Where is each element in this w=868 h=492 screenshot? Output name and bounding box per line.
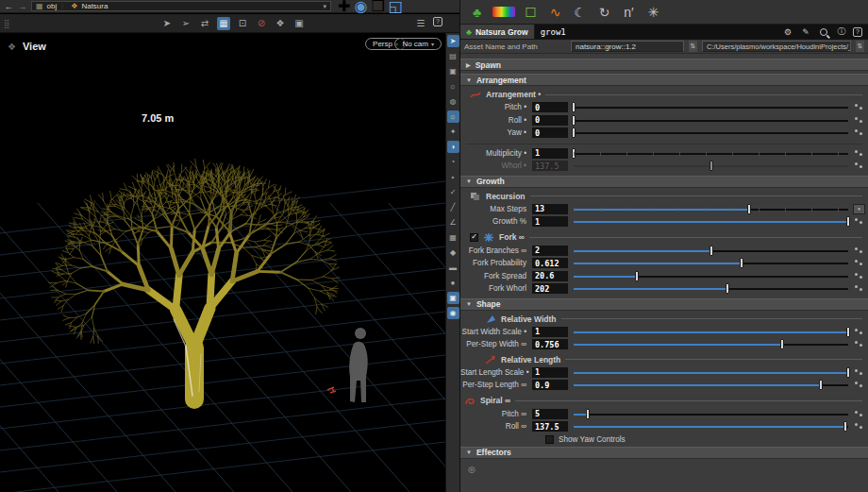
- spinner-icon[interactable]: ⇅: [856, 41, 864, 52]
- list-order-icon[interactable]: ☰: [414, 17, 427, 30]
- ladder-icon[interactable]: [853, 380, 865, 390]
- section-spawn[interactable]: ▶ Spawn: [460, 59, 868, 71]
- ghost-objects-icon[interactable]: ⊘: [255, 17, 268, 30]
- node-tab[interactable]: ♣ Natsura Grow: [460, 25, 535, 39]
- character-light-icon[interactable]: ✦: [447, 126, 459, 138]
- box-pick-icon[interactable]: ⊡: [236, 17, 249, 30]
- recook-shelf-icon[interactable]: ↻: [595, 3, 613, 21]
- growth-pct-slider[interactable]: [574, 216, 848, 227]
- curve-squiggle-shelf-icon[interactable]: ∿: [546, 3, 564, 21]
- start-width-scale-value-field[interactable]: 1: [532, 327, 568, 337]
- pitch-value-field[interactable]: 0: [532, 102, 568, 112]
- grid-toggle-icon[interactable]: ●: [447, 277, 459, 289]
- spiral-pitch-slider[interactable]: [574, 409, 848, 419]
- snapshot-panel-icon[interactable]: ▣: [447, 292, 459, 304]
- roll-slider[interactable]: [574, 115, 848, 126]
- ladder-icon[interactable]: [853, 367, 865, 378]
- forward-icon[interactable]: →: [17, 2, 28, 11]
- multiplicity-slider[interactable]: [574, 148, 848, 159]
- wire-cube-shelf-icon[interactable]: ☐: [522, 3, 540, 21]
- yaw-slider[interactable]: [574, 127, 848, 138]
- start-length-scale-value-field[interactable]: 1: [532, 367, 568, 378]
- split-pane-icon[interactable]: ◱: [389, 0, 403, 15]
- translate-tool-icon[interactable]: ➢: [179, 17, 192, 30]
- help-icon[interactable]: ?: [853, 27, 862, 37]
- film-bar-icon[interactable]: ▬: [447, 262, 459, 274]
- yaw-value-field[interactable]: 0: [532, 127, 568, 138]
- ladder-icon[interactable]: [853, 148, 865, 159]
- show-yaw-checkbox[interactable]: [545, 435, 554, 444]
- camera-select-button[interactable]: No cam ▾: [394, 38, 442, 50]
- brush-icon[interactable]: ✎: [799, 25, 812, 39]
- ladder-icon[interactable]: [853, 409, 865, 419]
- help-icon[interactable]: ?: [433, 17, 442, 26]
- pitch-slider[interactable]: [574, 102, 848, 112]
- spinner-icon[interactable]: ⇅: [689, 41, 697, 52]
- gradient-ramp-shelf-icon[interactable]: [492, 7, 515, 17]
- ladder-icon[interactable]: [853, 246, 865, 256]
- link-target-icon[interactable]: ◉: [354, 0, 367, 15]
- fork-probability-value-field[interactable]: 0.612: [532, 258, 568, 268]
- max-steps-slider[interactable]: [574, 204, 848, 214]
- fork-whorl-slider[interactable]: [574, 283, 848, 294]
- section-shape[interactable]: ▼ Shape: [460, 298, 868, 311]
- fork-whorl-value-field[interactable]: 202: [532, 283, 568, 294]
- shaded-mode-icon[interactable]: ◑: [447, 141, 459, 153]
- measure-tool-icon[interactable]: ∠: [447, 216, 459, 229]
- view-menu-icon[interactable]: ❖: [8, 42, 16, 52]
- search-icon[interactable]: [817, 25, 830, 39]
- ladder-icon[interactable]: [853, 327, 865, 337]
- breadcrumb-root[interactable]: obj: [47, 2, 58, 10]
- snapping-icon[interactable]: ❖: [274, 17, 287, 30]
- multiplicity-value-field[interactable]: 1: [532, 148, 568, 159]
- headlight-icon[interactable]: ☼: [447, 80, 459, 93]
- fork-branches-slider[interactable]: [574, 246, 848, 256]
- ladder-icon[interactable]: [853, 283, 865, 294]
- pin-icon[interactable]: ✚: [338, 0, 350, 15]
- rotate-tool-icon[interactable]: ⇄: [198, 17, 211, 30]
- spiral-roll-value-field[interactable]: 137.5: [532, 421, 568, 432]
- ladder-icon[interactable]: [853, 161, 865, 171]
- ladder-icon[interactable]: [853, 216, 865, 227]
- ladder-icon[interactable]: [853, 127, 865, 138]
- fork-branches-value-field[interactable]: 2: [532, 246, 568, 256]
- fork-enable-checkbox[interactable]: ✓: [470, 233, 478, 242]
- snapshot-camera-icon[interactable]: ▣: [292, 17, 306, 30]
- default-lighting-icon[interactable]: ◍: [447, 95, 459, 108]
- ladder-icon[interactable]: [853, 271, 865, 281]
- display-pen-icon[interactable]: ╱: [447, 201, 459, 213]
- section-arrangement[interactable]: ▼ Arrangement: [460, 74, 868, 86]
- viewport-canvas[interactable]: ❖ View Persp ▾ No cam ▾ 7.05 m: [0, 33, 445, 492]
- n-prime-shelf-icon[interactable]: n′: [620, 3, 638, 21]
- asset-name-select[interactable]: natsura::grow::1.2: [571, 41, 684, 52]
- show-handles-icon[interactable]: ▤: [447, 50, 459, 62]
- roll-value-field[interactable]: 0: [532, 115, 568, 126]
- breadcrumb[interactable]: ▦ obj 〉 ❖ Natsura ▾: [31, 1, 331, 11]
- fork-spread-value-field[interactable]: 20.6: [532, 271, 568, 281]
- fork-spread-slider[interactable]: [574, 271, 848, 281]
- section-effectors[interactable]: ▼ Effectors: [460, 447, 868, 459]
- section-growth[interactable]: ▼ Growth: [460, 176, 868, 188]
- gear-star-shelf-icon[interactable]: ✳: [644, 3, 662, 21]
- start-width-scale-slider[interactable]: [574, 327, 848, 337]
- image-plane-icon[interactable]: ▦: [447, 231, 459, 244]
- info-icon[interactable]: ⓘ: [835, 25, 848, 39]
- start-length-scale-slider[interactable]: [574, 367, 848, 378]
- per-step-length-value-field[interactable]: 0.9: [532, 380, 568, 390]
- fork-probability-slider[interactable]: [574, 258, 848, 268]
- ladder-icon[interactable]: [853, 339, 865, 349]
- max-steps-value-field[interactable]: 13: [532, 204, 568, 214]
- moon-shelf-icon[interactable]: ☾: [571, 3, 589, 21]
- breadcrumb-node[interactable]: Natsura: [81, 2, 108, 10]
- pane-tab-grip-icon[interactable]: ⣿: [4, 19, 19, 28]
- high-quality-light-icon[interactable]: ☼: [447, 110, 459, 123]
- node-name-input[interactable]: grow1: [535, 25, 776, 39]
- ladder-icon[interactable]: [853, 102, 865, 112]
- growth-pct-value-field[interactable]: 1: [532, 216, 568, 227]
- per-step-length-slider[interactable]: [574, 380, 848, 390]
- per-step-width-value-field[interactable]: 0.756: [532, 339, 568, 349]
- material-sphere-icon[interactable]: ◔: [447, 156, 459, 168]
- per-step-width-slider[interactable]: [574, 339, 848, 349]
- secure-selection-icon[interactable]: ▦: [217, 17, 230, 30]
- diamond-marker-icon[interactable]: ◆: [447, 246, 459, 259]
